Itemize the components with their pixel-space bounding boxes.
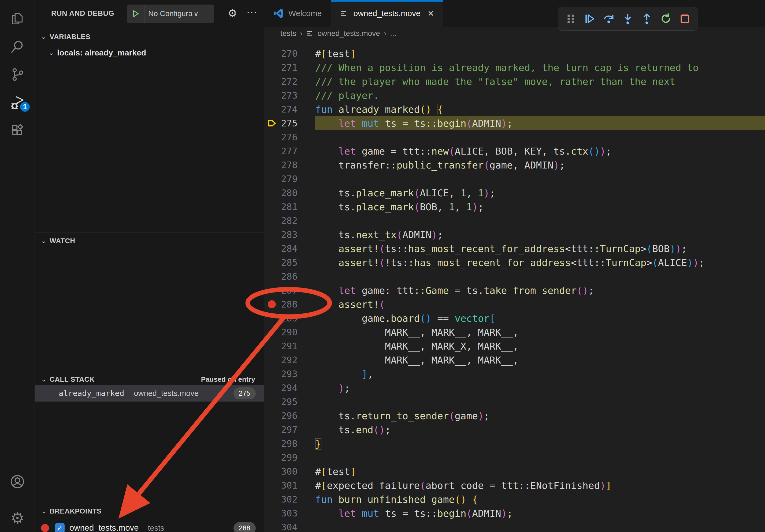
- breakpoint-item[interactable]: ✓ owned_tests.move tests 288: [35, 520, 264, 532]
- explorer-icon[interactable]: [0, 5, 35, 32]
- code-line-300[interactable]: 300#[test]: [264, 464, 765, 478]
- line-number: 298: [279, 438, 298, 449]
- search-icon[interactable]: [0, 33, 35, 60]
- code-line-292[interactable]: 292 MARK__, MARK__, MARK__,: [264, 353, 765, 367]
- code-line-291[interactable]: 291 MARK__, MARK_X, MARK__,: [264, 339, 765, 353]
- breadcrumb-tests[interactable]: tests: [280, 29, 296, 38]
- code-text: [315, 520, 765, 532]
- run-debug-panel: RUN AND DEBUG No Configura ∨ ⚙ ⋯ ⌄ VARIA…: [35, 0, 264, 532]
- breakpoint-dot-icon: [41, 524, 49, 532]
- code-line-273[interactable]: 273/// player.: [264, 89, 765, 102]
- breadcrumb-more[interactable]: ...: [390, 29, 396, 38]
- section-watch[interactable]: ⌄ WATCH: [35, 234, 264, 248]
- code-text: ts.next_tx(ADMIN);: [315, 228, 765, 242]
- code-line-284[interactable]: 284 assert!(ts::has_most_recent_for_addr…: [264, 242, 765, 256]
- launch-config-dropdown[interactable]: No Configura ∨: [127, 5, 214, 23]
- section-breakpoints[interactable]: ⌄ BREAKPOINTS: [35, 504, 264, 518]
- chevron-down-icon: ⌄: [41, 507, 46, 515]
- current-line-arrow-icon[interactable]: [264, 119, 279, 128]
- accounts-icon[interactable]: [0, 468, 35, 495]
- code-line-299[interactable]: 299: [264, 450, 765, 464]
- close-icon[interactable]: ✕: [427, 9, 434, 18]
- code-line-270[interactable]: 270#[test]: [264, 47, 765, 61]
- code-line-294[interactable]: 294 );: [264, 381, 765, 395]
- line-number: 295: [279, 397, 298, 407]
- code-text: MARK__, MARK_X, MARK__,: [315, 339, 765, 353]
- code-line-271[interactable]: 271/// When a position is already marked…: [264, 61, 765, 75]
- code-line-304[interactable]: 304: [264, 520, 765, 532]
- section-call-stack[interactable]: ⌄ CALL STACK Paused on entry: [35, 372, 264, 387]
- code-line-290[interactable]: 290 MARK__, MARK__, MARK__,: [264, 325, 765, 339]
- step-out-button[interactable]: [638, 10, 655, 27]
- line-number: 273: [279, 90, 298, 101]
- code-line-285[interactable]: 285 assert!(!ts::has_most_recent_for_add…: [264, 256, 765, 269]
- code-text: let game: ttt::Game = ts.take_from_sende…: [315, 283, 765, 297]
- code-text: [315, 130, 765, 144]
- toolbar-drag-grip-icon[interactable]: [562, 10, 579, 27]
- code-line-278[interactable]: 278 transfer::public_transfer(game, ADMI…: [264, 158, 765, 172]
- continue-button[interactable]: [581, 10, 598, 27]
- code-line-297[interactable]: 297 ts.end();: [264, 423, 765, 437]
- line-number: 277: [279, 146, 298, 156]
- move-file-icon: [306, 30, 314, 37]
- line-number: 284: [279, 243, 298, 254]
- breakpoint-checkbox[interactable]: ✓: [55, 523, 65, 532]
- divider: [35, 371, 264, 371]
- line-number: 302: [279, 494, 298, 505]
- code-line-293[interactable]: 293 ],: [264, 367, 765, 381]
- debug-settings-gear-icon[interactable]: ⚙: [228, 7, 237, 19]
- code-text: assert!(!ts::has_most_recent_for_address…: [315, 256, 765, 269]
- settings-gear-icon[interactable]: ⚙: [0, 505, 35, 531]
- code-line-302[interactable]: 302fun burn_unfinished_game() {: [264, 492, 765, 506]
- line-number: 296: [279, 410, 298, 421]
- code-line-289[interactable]: 289 game.board() == vector[: [264, 311, 765, 325]
- code-line-282[interactable]: 282: [264, 214, 765, 228]
- code-line-279[interactable]: 279: [264, 172, 765, 186]
- line-number: 278: [279, 160, 298, 170]
- step-over-button[interactable]: [600, 10, 617, 27]
- code-text: [315, 214, 765, 228]
- views-more-icon[interactable]: ⋯: [246, 6, 257, 18]
- code-line-272[interactable]: 272/// the player who made the "false" m…: [264, 75, 765, 89]
- code-line-280[interactable]: 280 ts.place_mark(ALICE, 1, 1);: [264, 186, 765, 200]
- source-control-icon[interactable]: [0, 61, 35, 88]
- call-stack-frame[interactable]: already_marked owned_tests.move 275: [35, 385, 264, 401]
- restart-button[interactable]: [657, 10, 674, 27]
- section-variables[interactable]: ⌄ VARIABLES: [35, 30, 264, 44]
- code-line-274[interactable]: 274fun already_marked() {: [264, 102, 765, 116]
- breakpoint-dot-icon[interactable]: [264, 300, 279, 308]
- code-text: transfer::public_transfer(game, ADMIN);: [315, 158, 765, 172]
- tab-owned-tests-move[interactable]: owned_tests.move ✕: [331, 0, 443, 27]
- debug-toolbar: [558, 7, 697, 31]
- code-line-281[interactable]: 281 ts.place_mark(BOB, 1, 1);: [264, 200, 765, 214]
- activity-bar: 1 ⚙: [0, 0, 35, 532]
- code-line-288[interactable]: 288 assert!(: [264, 297, 765, 311]
- code-line-276[interactable]: 276: [264, 130, 765, 144]
- breadcrumb-file[interactable]: owned_tests.move: [318, 29, 380, 38]
- stop-button[interactable]: [676, 10, 693, 27]
- code-text: fun burn_unfinished_game() {: [315, 492, 765, 506]
- start-debug-button[interactable]: [127, 5, 145, 23]
- variables-locals-scope[interactable]: ⌄ locals: already_marked: [35, 45, 264, 61]
- tab-welcome[interactable]: Welcome: [264, 0, 331, 27]
- code-text: }: [315, 437, 765, 450]
- code-text: [315, 450, 765, 464]
- code-line-286[interactable]: 286: [264, 269, 765, 283]
- code-line-287[interactable]: 287 let game: ttt::Game = ts.take_from_s…: [264, 283, 765, 297]
- line-number: 304: [279, 522, 298, 532]
- line-number: 279: [279, 173, 298, 184]
- code-line-283[interactable]: 283 ts.next_tx(ADMIN);: [264, 228, 765, 242]
- line-number: 271: [279, 62, 298, 73]
- code-line-298[interactable]: 298}: [264, 437, 765, 450]
- code-line-275[interactable]: 275 let mut ts = ts::begin(ADMIN);: [264, 116, 765, 130]
- step-into-button[interactable]: [619, 10, 636, 27]
- extensions-icon[interactable]: [0, 117, 35, 143]
- code-text: );: [315, 381, 765, 395]
- code-line-295[interactable]: 295: [264, 395, 765, 409]
- code-line-301[interactable]: 301#[expected_failure(abort_code = ttt::…: [264, 478, 765, 492]
- code-line-296[interactable]: 296 ts.return_to_sender(game);: [264, 409, 765, 423]
- code-line-303[interactable]: 303 let mut ts = ts::begin(ADMIN);: [264, 506, 765, 520]
- code-line-277[interactable]: 277 let game = ttt::new(ALICE, BOB, KEY,…: [264, 144, 765, 158]
- run-and-debug-icon[interactable]: 1: [0, 89, 35, 116]
- code-text: let mut ts = ts::begin(ADMIN);: [315, 116, 765, 130]
